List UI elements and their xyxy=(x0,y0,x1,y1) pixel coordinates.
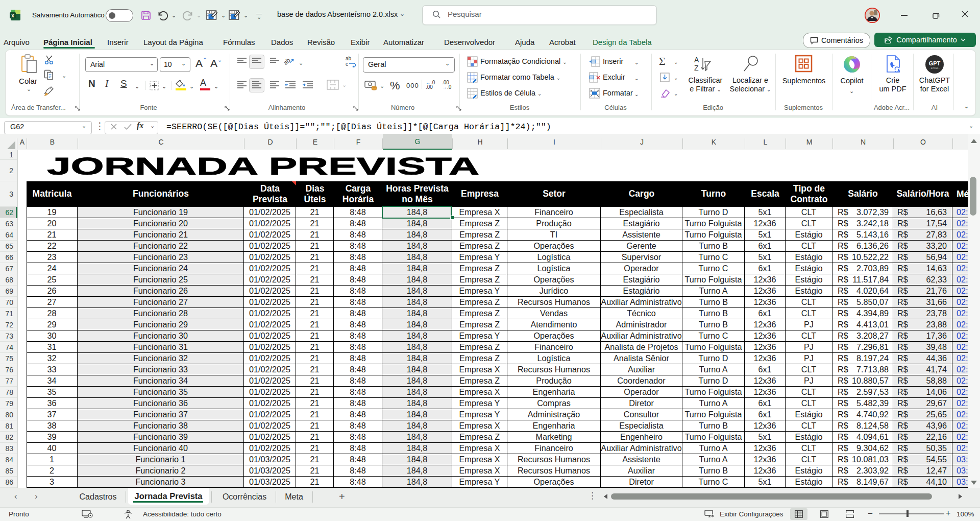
svg-text:ab: ab xyxy=(284,57,292,67)
svg-text:ab: ab xyxy=(346,56,352,61)
svg-text:Z: Z xyxy=(694,64,699,72)
svg-text:GPT: GPT xyxy=(929,60,941,66)
svg-text:A: A xyxy=(694,56,699,64)
svg-text:c: c xyxy=(346,61,348,67)
svg-text:- EXCEL -: - EXCEL - xyxy=(929,67,940,69)
svg-text:x: x xyxy=(11,13,14,18)
